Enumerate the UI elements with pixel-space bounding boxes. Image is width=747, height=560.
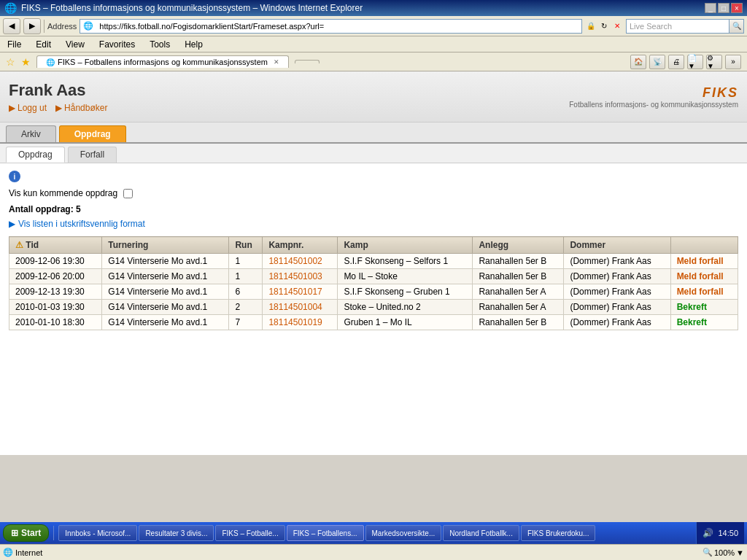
- logout-icon: ▶: [9, 103, 15, 113]
- maximize-button[interactable]: □: [718, 3, 729, 13]
- menu-tools[interactable]: Tools: [145, 38, 174, 51]
- action-link[interactable]: Meld forfall: [677, 256, 724, 266]
- warn-icon-th: ⚠: [15, 240, 23, 250]
- more-button[interactable]: »: [725, 55, 741, 69]
- kampnr-link[interactable]: 18114501017: [268, 287, 322, 297]
- cell-anlegg: Ranahallen 5er B: [473, 315, 564, 330]
- back-button[interactable]: ◀: [3, 18, 20, 34]
- ie-toolbar: ◀ ▶ Address 🌐 🔒 ↻ ✕ 🔍: [0, 16, 747, 36]
- cell-kamp: Stoke – United.no 2: [338, 300, 473, 315]
- cell-dommer: (Dommer) Frank Aas: [564, 284, 670, 300]
- user-section: Frank Aas ▶ Logg ut ▶ Håndbøker: [9, 81, 107, 113]
- action-link[interactable]: Meld forfall: [677, 287, 724, 297]
- page-content: i Vis kun kommende oppdrag Antall oppdra…: [0, 163, 747, 455]
- content-area: Frank Aas ▶ Logg ut ▶ Håndbøker FIKS Fot…: [0, 71, 747, 455]
- cell-kamp: S.I.F Skonseng – Gruben 1: [338, 284, 473, 300]
- print-link-arrow: ▶: [9, 219, 15, 229]
- cell-run: 2: [229, 300, 263, 315]
- cell-anlegg: Ranahallen 5er A: [473, 284, 564, 300]
- address-label: Address: [47, 22, 77, 31]
- action-link[interactable]: Bekreft: [677, 317, 707, 327]
- handbook-link[interactable]: ▶ Håndbøker: [55, 103, 107, 113]
- cell-anlegg: Ranahallen 5er B: [473, 254, 564, 269]
- logout-label: Logg ut: [18, 103, 47, 113]
- tab-fiks-main[interactable]: 🌐 FIKS – Fotballens informasjons og komm…: [36, 55, 289, 68]
- assignments-table: ⚠ Tid Turnering Run Kampnr. Kamp Anlegg …: [9, 236, 738, 330]
- cell-action: Meld forfall: [670, 284, 738, 300]
- print-button[interactable]: 🖨: [668, 55, 684, 69]
- forward-button[interactable]: ▶: [23, 18, 41, 34]
- cell-tid: 2010-01-03 19:30: [9, 300, 102, 315]
- subtab-forfall[interactable]: Forfall: [68, 147, 117, 163]
- lock-icon: 🔒: [585, 20, 597, 32]
- cell-kampnr: 18114501017: [263, 284, 338, 300]
- kampnr-link[interactable]: 18114501002: [268, 256, 322, 266]
- table-row: 2009-12-06 20:00 G14 Vinterserie Mo avd.…: [9, 269, 738, 284]
- kommende-filter-checkbox[interactable]: [123, 189, 133, 198]
- cell-tid: 2009-12-06 20:00: [9, 269, 102, 284]
- th-dommer[interactable]: Dommer: [564, 237, 670, 254]
- cell-tid: 2009-12-06 19:30: [9, 254, 102, 269]
- page-menu-button[interactable]: 📄 ▼: [687, 55, 703, 69]
- kampnr-link[interactable]: 18114501003: [268, 271, 322, 281]
- filter-label: Vis kun kommende oppdrag: [9, 188, 117, 198]
- rss-button[interactable]: 📡: [649, 55, 665, 69]
- th-anlegg[interactable]: Anlegg: [473, 237, 564, 254]
- cell-tid: 2010-01-10 18:30: [9, 315, 102, 330]
- count-label: Antall oppdrag: 5: [9, 204, 738, 214]
- tab-close-icon[interactable]: ✕: [274, 58, 279, 66]
- close-button[interactable]: ×: [731, 3, 743, 13]
- subtab-oppdrag[interactable]: Oppdrag: [6, 147, 65, 163]
- menu-favorites[interactable]: Favorites: [95, 38, 139, 51]
- kampnr-link[interactable]: 18114501004: [268, 302, 322, 312]
- th-run[interactable]: Run: [229, 237, 263, 254]
- action-link[interactable]: Meld forfall: [677, 271, 724, 281]
- handbook-icon: ▶: [55, 103, 62, 113]
- kampnr-link[interactable]: 18114501019: [268, 317, 322, 327]
- user-name: Frank Aas: [9, 81, 107, 100]
- live-search-input[interactable]: [627, 20, 729, 33]
- fav-icons-right: 🏠 📡 🖨 📄 ▼ ⚙ ▼ »: [630, 55, 741, 69]
- print-link-text: Vis listen i utskriftsvennlig format: [18, 219, 145, 229]
- home-button[interactable]: 🏠: [630, 55, 646, 69]
- cell-run: 1: [229, 254, 263, 269]
- cell-dommer: (Dommer) Frank Aas: [564, 254, 670, 269]
- th-tid[interactable]: ⚠ Tid: [9, 237, 102, 254]
- minimize-button[interactable]: _: [705, 3, 716, 13]
- tab-arkiv[interactable]: Arkiv: [6, 125, 56, 142]
- th-kamp[interactable]: Kamp: [338, 237, 473, 254]
- cell-run: 1: [229, 269, 263, 284]
- menu-file[interactable]: File: [3, 38, 26, 51]
- search-button[interactable]: 🔍: [729, 20, 743, 33]
- cell-kamp: Mo IL – Stoke: [338, 269, 473, 284]
- refresh-icon[interactable]: ↻: [598, 20, 610, 32]
- cell-dommer: (Dommer) Frank Aas: [564, 315, 670, 330]
- menu-edit[interactable]: Edit: [31, 38, 55, 51]
- th-kampnr[interactable]: Kampnr.: [263, 237, 338, 254]
- stop-icon[interactable]: ✕: [611, 20, 623, 32]
- cell-turnering: G14 Vinterserie Mo avd.1: [102, 315, 229, 330]
- cell-run: 6: [229, 284, 263, 300]
- favorites-star2[interactable]: ★: [21, 56, 31, 68]
- title-bar-controls[interactable]: _ □ ×: [705, 3, 743, 13]
- fiks-logo-text: FIKS: [569, 85, 738, 101]
- add-favorite-star[interactable]: ☆: [6, 56, 15, 68]
- address-input[interactable]: [96, 20, 581, 33]
- info-icon[interactable]: i: [9, 171, 20, 182]
- address-bar: Address 🌐 🔒 ↻ ✕: [47, 19, 623, 34]
- sub-tabs: Oppdrag Forfall: [0, 144, 747, 163]
- action-link[interactable]: Bekreft: [677, 302, 707, 312]
- menu-help[interactable]: Help: [180, 38, 207, 51]
- logout-link[interactable]: ▶ Logg ut: [9, 103, 47, 113]
- cell-anlegg: Ranahallen 5er A: [473, 300, 564, 315]
- cell-kampnr: 18114501002: [263, 254, 338, 269]
- menu-view[interactable]: View: [61, 38, 89, 51]
- cell-action: Meld forfall: [670, 254, 738, 269]
- window-title: FIKS – Fotballens informasjons og kommun…: [21, 3, 363, 13]
- tab-empty[interactable]: [295, 60, 320, 63]
- th-turnering[interactable]: Turnering: [102, 237, 229, 254]
- cell-action: Bekreft: [670, 300, 738, 315]
- tools-menu-button[interactable]: ⚙ ▼: [706, 55, 722, 69]
- tab-oppdrag[interactable]: Oppdrag: [59, 125, 126, 142]
- print-link[interactable]: ▶ Vis listen i utskriftsvennlig format: [9, 219, 738, 229]
